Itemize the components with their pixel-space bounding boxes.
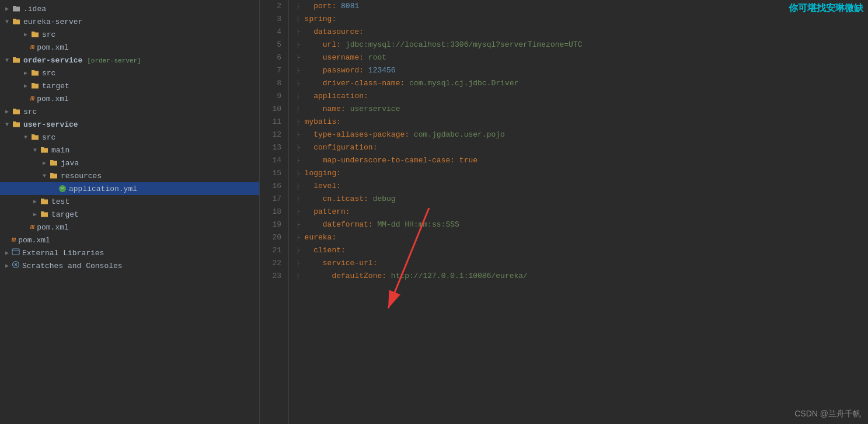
code-key-5: url: [305, 39, 346, 51]
code-line-16: ├ level: [296, 180, 868, 193]
arrow-src-top [2, 107, 12, 116]
label-src-top: src [23, 107, 37, 116]
sidebar-item-eureka-src[interactable]: src [0, 28, 259, 41]
arrow-user-main [30, 145, 40, 155]
code-key-23: defaultZone: [305, 270, 391, 283]
label-user-main: main [51, 146, 69, 155]
label-user-service: user-service [23, 120, 78, 129]
code-line-12: ├ type-aliases-package: com.jgdabc.user.… [296, 128, 868, 141]
code-area: 2 3 4 5 6 7 8 9 10 11 12 13 14 15 16 17 … [260, 0, 868, 424]
svg-rect-1 [12, 249, 19, 255]
folder-icon-eureka-src [30, 30, 40, 39]
code-val-12: com.jgdabc.user.pojo [414, 128, 505, 141]
arrow-user-service [2, 120, 12, 129]
arrow-user-java [40, 158, 49, 168]
label-ext-libs: External Libraries [22, 249, 104, 258]
marker-16: ├ [296, 180, 300, 193]
folder-icon-user-test [40, 197, 49, 206]
sidebar-item-root-pom[interactable]: m pom.xml [0, 234, 259, 246]
arrow-appyml [49, 184, 58, 193]
code-key-8: driver-class-name: [305, 77, 409, 90]
label-eureka-server: eureka-server [23, 18, 82, 26]
code-key-4: datasource: [305, 26, 364, 39]
sidebar-item-user-service[interactable]: user-service [0, 118, 259, 131]
arrow-order-src [21, 68, 30, 78]
arrow-ext-libs [2, 248, 12, 258]
folder-icon-order-target [30, 81, 40, 91]
sidebar-item-user-src[interactable]: src [0, 131, 259, 144]
code-val-5: jdbc:mysql://localhost:3306/mysql?server… [346, 39, 583, 51]
arrow-root-pom [2, 235, 12, 245]
line-num-19: 19 [260, 218, 281, 231]
marker-12: ├ [296, 128, 300, 141]
code-key-15: logging: [305, 167, 341, 180]
line-num-13: 13 [260, 141, 281, 154]
sidebar-item-ext-libs[interactable]: External Libraries [0, 246, 259, 259]
sidebar-item-user-resources[interactable]: resources [0, 169, 259, 182]
code-val-17: debug [373, 193, 396, 206]
label-eureka-pom: pom.xml [37, 43, 69, 52]
label-root-pom: pom.xml [18, 236, 50, 245]
order-service-tag: [order-server] [87, 57, 141, 64]
sidebar-item-eureka-pom[interactable]: m pom.xml [0, 41, 259, 54]
code-key-20: eureka: [305, 231, 337, 244]
line-num-5: 5 [260, 39, 281, 51]
sidebar-item-order-pom[interactable]: m pom.xml [0, 92, 259, 105]
sidebar-item-application-yml[interactable]: application.yml [0, 182, 259, 195]
file-tree[interactable]: .idea eureka-server src m pom.xml order-… [0, 0, 260, 424]
marker-13: ├ [296, 141, 300, 154]
line-num-21: 21 [260, 244, 281, 257]
code-content[interactable]: ├ port: 8081 ├ spring: ├ datasource: ├ u… [289, 0, 868, 424]
sidebar-item-user-java[interactable]: java [0, 157, 259, 169]
line-num-6: 6 [260, 51, 281, 64]
code-key-16: level: [305, 180, 341, 193]
marker-19: ├ [296, 218, 300, 231]
arrow-eureka-src [21, 30, 30, 39]
watermark-top: 你可堪找安琳微缺 [784, 0, 868, 17]
code-val-8: com.mysql.cj.jdbc.Driver [409, 77, 518, 90]
folder-icon-eureka-server [12, 17, 21, 26]
sidebar-item-user-pom[interactable]: m pom.xml [0, 221, 259, 234]
marker-6: ├ [296, 51, 300, 64]
line-num-16: 16 [260, 180, 281, 193]
code-key-14: map-underscore-to-camel-case: [305, 154, 459, 167]
code-val-2: 8081 [341, 0, 359, 13]
folder-icon-user-java [49, 158, 58, 168]
code-line-3: ├ spring: [296, 13, 868, 26]
code-line-4: ├ datasource: [296, 26, 868, 39]
code-val-7: 123456 [368, 64, 396, 77]
sidebar-item-user-main[interactable]: main [0, 144, 259, 157]
arrow-idea [2, 4, 12, 13]
line-num-10: 10 [260, 103, 281, 116]
code-val-6: root [368, 51, 386, 64]
sidebar-item-scratches[interactable]: Scratches and Consoles [0, 259, 259, 272]
sidebar-item-order-target[interactable]: target [0, 79, 259, 92]
marker-2: ├ [296, 0, 300, 13]
sidebar-item-user-target[interactable]: target [0, 208, 259, 221]
code-line-10: ├ name: userservice [296, 103, 868, 116]
arrow-order-service [2, 55, 12, 65]
pom-icon-root: m [12, 236, 16, 244]
marker-20: ├ [296, 231, 300, 244]
code-val-19: MM-dd HH:mm:ss:SSS [377, 218, 459, 231]
sidebar-item-eureka-server[interactable]: eureka-server [0, 15, 259, 28]
marker-7: ├ [296, 64, 300, 77]
code-line-18: ├ pattern: [296, 206, 868, 218]
code-line-2: ├ port: 8081 [296, 0, 868, 13]
marker-18: ├ [296, 206, 300, 218]
arrow-user-pom [21, 223, 30, 232]
sidebar-item-src-top[interactable]: src [0, 105, 259, 118]
folder-icon-user-src [30, 133, 40, 142]
sidebar-item-order-service[interactable]: order-service [order-server] [0, 54, 259, 67]
sidebar-item-user-test[interactable]: test [0, 195, 259, 208]
folder-icon-user-resources [49, 171, 58, 180]
line-num-2: 2 [260, 0, 281, 13]
code-line-5: ├ url: jdbc:mysql://localhost:3306/mysql… [296, 39, 868, 51]
marker-10: ├ [296, 103, 300, 116]
arrow-order-pom [21, 94, 30, 103]
sidebar-item-order-src[interactable]: src [0, 67, 259, 79]
code-line-6: ├ username: root [296, 51, 868, 64]
marker-9: ├ [296, 90, 300, 103]
sidebar-item-idea[interactable]: .idea [0, 2, 259, 15]
line-num-15: 15 [260, 167, 281, 180]
